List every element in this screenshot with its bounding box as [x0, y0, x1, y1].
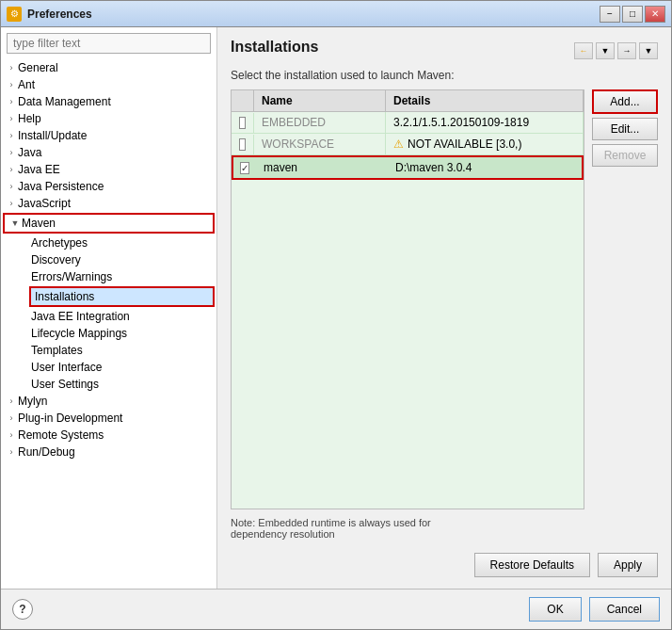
sidebar-item-label-discovery: Discovery: [31, 253, 213, 267]
table-cell-check-embedded[interactable]: [232, 113, 254, 133]
sidebar-item-label-ant: Ant: [18, 78, 213, 91]
title-bar: ⚙ Preferences − □ ✕: [1, 1, 671, 27]
table-header: Name Details: [232, 90, 584, 112]
edit-button[interactable]: Edit...: [592, 118, 658, 140]
sidebar-item-label-run-debug: Run/Debug: [18, 445, 213, 459]
panel-header: Installations ← ▼ → ▼: [231, 39, 658, 63]
sidebar-item-plugin-development[interactable]: › Plug-in Development: [1, 410, 216, 427]
sidebar-item-user-interface[interactable]: User Interface: [27, 359, 216, 376]
sidebar-item-label-java-persistence: Java Persistence: [18, 180, 213, 193]
expand-arrow-help: ›: [5, 112, 18, 125]
sidebar-item-label-java: Java: [18, 146, 213, 159]
table-row[interactable]: EMBEDDED 3.2.1/1.5.1.20150109-1819: [232, 112, 584, 134]
sidebar-item-templates[interactable]: Templates: [27, 342, 216, 359]
checkbox-workspace[interactable]: [239, 138, 246, 151]
table-row[interactable]: ✓ maven D:\maven 3.0.4: [232, 155, 584, 180]
bottom-buttons-row: Restore Defaults Apply: [231, 553, 658, 577]
table-body: EMBEDDED 3.2.1/1.5.1.20150109-1819 WORKS…: [232, 112, 584, 509]
sidebar-item-label-maven: Maven: [22, 217, 209, 230]
content-area: › General › Ant › Data Management › Help: [1, 27, 671, 589]
nav-up-button[interactable]: ▼: [639, 42, 658, 59]
installations-area: Name Details EMBEDDED 3.2.1/1.5.1.201501…: [231, 89, 658, 509]
sidebar-item-java-persistence[interactable]: › Java Persistence: [1, 178, 216, 195]
sidebar-item-label-user-interface: User Interface: [31, 361, 213, 374]
ok-button[interactable]: OK: [529, 597, 581, 622]
sidebar-item-errors-warnings[interactable]: Errors/Warnings: [27, 268, 216, 285]
table-cell-check-workspace[interactable]: [232, 135, 254, 154]
sidebar-item-java-ee-integration[interactable]: Java EE Integration: [27, 308, 216, 325]
footer-right-buttons: OK Cancel: [529, 597, 660, 622]
sidebar-item-installations[interactable]: Installations: [31, 288, 213, 305]
sidebar-item-general[interactable]: › General: [1, 59, 216, 76]
expand-arrow-java-ee: ›: [5, 163, 18, 176]
dialog-footer: ? OK Cancel: [1, 589, 671, 629]
panel-subtitle: Select the installation used to launch M…: [231, 69, 658, 82]
sidebar-item-mylyn[interactable]: › Mylyn: [1, 393, 216, 410]
sidebar-item-install-update[interactable]: › Install/Update: [1, 127, 216, 144]
sidebar-item-ant[interactable]: › Ant: [1, 76, 216, 93]
help-button[interactable]: ?: [12, 599, 33, 620]
sidebar-item-java[interactable]: › Java: [1, 144, 216, 161]
minimize-button[interactable]: −: [600, 6, 620, 23]
expand-arrow-mylyn: ›: [5, 395, 18, 408]
sidebar-item-help[interactable]: › Help: [1, 110, 216, 127]
sidebar-item-label-help: Help: [18, 112, 213, 125]
window-icon: ⚙: [7, 7, 22, 22]
sidebar-item-data-management[interactable]: › Data Management: [1, 93, 216, 110]
expand-arrow-plugin-development: ›: [5, 412, 18, 425]
note-text: Note: Embedded runtime is always used fo…: [231, 517, 658, 540]
sidebar-item-java-ee[interactable]: › Java EE: [1, 161, 216, 178]
sidebar-item-label-installations: Installations: [35, 290, 209, 303]
sidebar-item-discovery[interactable]: Discovery: [27, 251, 216, 268]
maven-children: Archetypes Discovery Errors/Warnings Ins…: [1, 234, 216, 393]
table-cell-name-maven: maven: [256, 157, 388, 178]
sidebar-item-maven[interactable]: ▼ Maven: [5, 215, 213, 232]
sidebar-item-label-data-management: Data Management: [18, 95, 213, 108]
table-cell-name-embedded: EMBEDDED: [254, 112, 386, 133]
sidebar: › General › Ant › Data Management › Help: [1, 27, 217, 589]
table-cell-name-workspace: WORKSPACE: [254, 134, 386, 154]
apply-button[interactable]: Apply: [598, 553, 658, 577]
maximize-button[interactable]: □: [622, 6, 643, 23]
table-cell-details-maven: D:\maven 3.0.4: [388, 157, 582, 178]
panel-title: Installations: [231, 39, 318, 56]
sidebar-item-lifecycle-mappings[interactable]: Lifecycle Mappings: [27, 325, 216, 342]
sidebar-item-label-java-ee-integration: Java EE Integration: [31, 310, 213, 323]
sidebar-item-javascript[interactable]: › JavaScript: [1, 195, 216, 212]
sidebar-item-label-templates: Templates: [31, 344, 213, 357]
remove-button[interactable]: Remove: [592, 144, 658, 167]
checkbox-maven[interactable]: ✓: [240, 162, 249, 174]
title-bar-buttons: − □ ✕: [600, 6, 665, 23]
table-row[interactable]: WORKSPACE ⚠NOT AVAILABLE [3.0,): [232, 134, 584, 155]
nav-down-button[interactable]: ▼: [596, 42, 615, 59]
expand-arrow-install-update: ›: [5, 129, 18, 142]
preferences-window: ⚙ Preferences − □ ✕ › General › Ant: [0, 0, 672, 630]
sidebar-item-archetypes[interactable]: Archetypes: [27, 234, 216, 251]
table-header-name: Name: [254, 90, 386, 111]
sidebar-item-label-java-ee: Java EE: [18, 163, 213, 176]
installations-table: Name Details EMBEDDED 3.2.1/1.5.1.201501…: [231, 89, 584, 509]
filter-input[interactable]: [7, 33, 211, 54]
restore-defaults-button[interactable]: Restore Defaults: [474, 553, 590, 577]
sidebar-item-label-general: General: [18, 61, 213, 74]
expand-arrow-java: ›: [5, 146, 18, 159]
sidebar-item-label-mylyn: Mylyn: [18, 395, 213, 408]
table-header-check: [232, 90, 254, 111]
close-button[interactable]: ✕: [645, 6, 665, 23]
sidebar-item-run-debug[interactable]: › Run/Debug: [1, 444, 216, 460]
nav-forward-button[interactable]: →: [617, 42, 636, 59]
sidebar-item-label-errors-warnings: Errors/Warnings: [31, 270, 213, 283]
sidebar-item-label-install-update: Install/Update: [18, 129, 213, 142]
expand-arrow-general: ›: [5, 61, 18, 74]
window-title: Preferences: [27, 8, 600, 21]
workspace-details-text: NOT AVAILABLE [3.0,): [408, 137, 521, 151]
table-cell-details-embedded: 3.2.1/1.5.1.20150109-1819: [386, 112, 584, 133]
checkbox-embedded[interactable]: [239, 117, 246, 129]
cancel-button[interactable]: Cancel: [589, 597, 660, 622]
sidebar-item-remote-systems[interactable]: › Remote Systems: [1, 427, 216, 444]
add-button[interactable]: Add...: [592, 89, 658, 114]
sidebar-item-user-settings[interactable]: User Settings: [27, 376, 216, 393]
nav-back-button[interactable]: ←: [574, 42, 593, 59]
table-cell-check-maven[interactable]: ✓: [233, 158, 256, 178]
expand-arrow-remote-systems: ›: [5, 428, 18, 442]
